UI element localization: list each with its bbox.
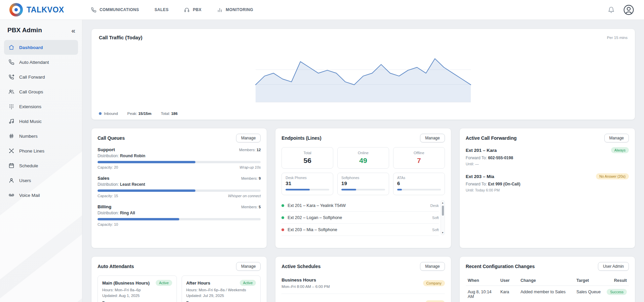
endpoint-stats: Total56Online49Offline7	[281, 147, 445, 169]
endpoint-status-dot-icon	[281, 204, 284, 207]
talkvox-logo-icon	[9, 3, 23, 16]
changes-header: Recent Configuration Changes User Admin	[466, 262, 629, 271]
endpoint-stat-online: Online49	[337, 147, 389, 169]
attendant-updated: Updated: Jul 29, 2025	[186, 294, 256, 298]
sidebar-item-label: Schedule	[19, 163, 38, 168]
endpoint-row[interactable]: Ext 203 – Mia – SoftphoneSoft	[281, 224, 439, 236]
manage-schedules-button[interactable]: Manage	[420, 262, 445, 271]
schedule-item-business-hours: Business HoursMon–Fri 8:00 AM – 6:00 PMC…	[281, 275, 445, 294]
queue-item-billing: BillingMembers: 5Distribution: Ring AllC…	[98, 204, 261, 226]
attendant-name: Main (Business Hours)	[102, 281, 150, 286]
traffic-card-header: Call Traffic (Today) Per 15 mins	[99, 35, 628, 40]
sidebar-item-hold-music[interactable]: Hold Music	[4, 114, 78, 129]
change-description: Added member to Sales	[519, 286, 574, 302]
user-admin-button[interactable]: User Admin	[598, 262, 629, 271]
traffic-area-chart	[99, 40, 628, 109]
app-root: TALKVOX COMMUNICATIONSSALESPBXMONITORING…	[0, 0, 644, 302]
brand[interactable]: TALKVOX	[9, 3, 86, 16]
type-label: Desk Phones	[286, 176, 329, 180]
stat-value: 7	[395, 157, 443, 165]
call-queues-card: Call Queues Manage SupportMembers: 12Dis…	[91, 128, 267, 248]
nav-label: SALES	[154, 7, 168, 12]
manage-queues-button[interactable]: Manage	[236, 134, 261, 142]
type-label: ATAs	[397, 176, 441, 180]
sidebar-item-label: Dashboard	[19, 45, 43, 50]
collapse-sidebar-icon[interactable]: «	[71, 27, 75, 34]
forward-to: Forward To: Ext 999 (On-Call)	[466, 182, 629, 186]
forward-to: Forward To: 602-555-0198	[466, 156, 629, 160]
endpoint-tag: Desk	[430, 204, 439, 208]
endpoint-list-wrap: Ext 201 – Kara – Yealink T54WDeskExt 202…	[281, 200, 445, 236]
sidebar-item-call-forward[interactable]: Call Forward	[4, 70, 78, 84]
sidebar-item-extensions[interactable]: Extensions	[4, 99, 78, 114]
queue-name: Sales	[98, 176, 109, 181]
nav-sales[interactable]: SALES	[154, 7, 168, 13]
top-navbar: TALKVOX COMMUNICATIONSSALESPBXMONITORING	[0, 0, 644, 20]
forwarding-name: Ext 203 – Mia	[466, 174, 494, 179]
sidebar-item-label: Call Groups	[19, 89, 43, 94]
scrollbar-thumb[interactable]	[442, 206, 444, 216]
sidebar-item-phone-lines[interactable]: Phone Lines	[4, 143, 78, 158]
queue-members: Members: 5	[241, 205, 261, 209]
queue-utilization-bar	[98, 189, 261, 192]
nav-pbx[interactable]: PBX	[184, 7, 201, 13]
nav-monitoring[interactable]: MONITORING	[217, 7, 253, 13]
sidebar-item-dashboard[interactable]: Dashboard	[4, 40, 78, 55]
queues-title: Call Queues	[98, 135, 125, 141]
dashboard-row-3: Auto Attendants Manage Main (Business Ho…	[91, 256, 635, 302]
queue-distribution: Distribution: Ring All	[98, 211, 261, 215]
sidebar-item-label: Numbers	[19, 134, 38, 139]
scroll-down-icon[interactable]: ▼	[442, 231, 444, 234]
primary-nav: COMMUNICATIONSSALESPBXMONITORING	[91, 7, 253, 13]
user-avatar[interactable]	[623, 4, 635, 16]
endpoint-tag: Soft	[432, 228, 439, 232]
sidebar-item-users[interactable]: Users	[4, 173, 78, 188]
scroll-up-icon[interactable]: ▲	[442, 202, 444, 204]
endpoints-scrollbar[interactable]: ▲ ▼	[441, 200, 445, 235]
change-row: Aug 8, 10:14 AMKaraAdded member to Sales…	[466, 286, 629, 302]
chart-icon	[217, 7, 223, 13]
manage-attendants-button[interactable]: Manage	[236, 262, 261, 271]
lines-icon	[8, 148, 14, 154]
sidebar: PBX Admin « DashboardAuto AttendantCall …	[0, 20, 82, 302]
change-target: Sales Queue	[574, 286, 605, 302]
endpoint-text: Ext 203 – Mia – Softphone	[288, 227, 337, 232]
home-icon	[8, 44, 14, 50]
nav-communications[interactable]: COMMUNICATIONS	[91, 7, 139, 13]
manage-forwarding-button[interactable]: Manage	[604, 134, 629, 142]
attendant-name: After Hours	[186, 281, 211, 286]
user-icon	[8, 177, 14, 183]
endpoints-title: Endpoints (Lines)	[281, 135, 321, 141]
changes-col-change: Change	[519, 275, 574, 286]
manage-endpoints-button[interactable]: Manage	[420, 134, 445, 142]
endpoint-row[interactable]: Ext 202 – Logan – SoftphoneSoft	[281, 212, 439, 224]
type-label: Softphones	[341, 176, 385, 180]
sidebar-item-schedule[interactable]: Schedule	[4, 158, 78, 173]
sidebar-item-label: Voice Mail	[19, 193, 40, 198]
sidebar-item-auto-attendant[interactable]: Auto Attendant	[4, 55, 78, 70]
notifications-bell-icon[interactable]	[608, 6, 615, 13]
queue-note: Wrap-up 10s	[239, 165, 261, 169]
sidebar-item-call-groups[interactable]: Call Groups	[4, 84, 78, 99]
endpoint-stat-offline: Offline7	[393, 147, 445, 169]
changes-col-target: Target	[574, 275, 605, 286]
queue-members: Members: 9	[241, 176, 261, 180]
sidebar-item-voice-mail[interactable]: Voice Mail	[4, 188, 78, 203]
queue-note: Whisper on connect	[228, 194, 261, 198]
stat-label: Online	[340, 151, 387, 155]
schedule-item-after-hours-routing: After Hours Routing	[281, 298, 445, 302]
traffic-title: Call Traffic (Today)	[99, 35, 142, 40]
sidebar-item-numbers[interactable]: Numbers	[4, 129, 78, 143]
nav-label: MONITORING	[226, 7, 253, 12]
forwarding-title: Active Call Forwarding	[466, 135, 517, 141]
legend-series-label: Inbound	[104, 112, 118, 116]
attendant-list: Main (Business Hours)ActiveHours: Mon–Fr…	[98, 275, 261, 302]
type-value: 31	[286, 180, 329, 186]
endpoints-header: Endpoints (Lines) Manage	[281, 134, 445, 142]
changes-title: Recent Configuration Changes	[466, 264, 535, 269]
attendant-tile-after-hours: After HoursActiveHours: Mon–Fri 6p–8a / …	[182, 275, 261, 302]
type-bar	[397, 189, 441, 190]
endpoint-status-dot-icon	[281, 216, 284, 219]
endpoint-type-atas: ATAs6	[393, 173, 445, 195]
endpoint-row[interactable]: Ext 201 – Kara – Yealink T54WDesk	[281, 200, 439, 212]
